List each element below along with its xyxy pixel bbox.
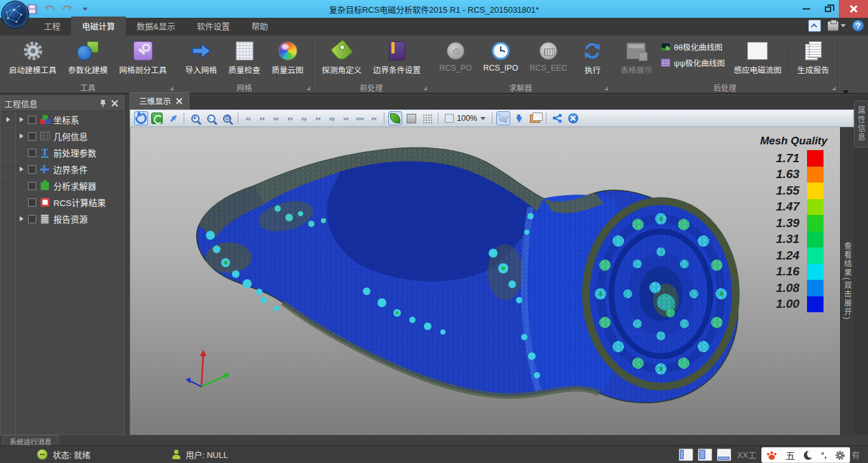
generate-report-button[interactable]: 生成报告 <box>792 38 834 78</box>
points-mode-button[interactable] <box>420 111 434 125</box>
ime-mode-button[interactable]: 五 <box>785 448 795 462</box>
layers-button[interactable] <box>528 111 542 125</box>
psi-polar-curve-button[interactable]: ψψ极化曲线图 <box>661 57 724 69</box>
expander-icon[interactable] <box>18 167 25 172</box>
collapse-ribbon-button[interactable] <box>808 20 821 32</box>
view-orientation-button-3[interactable]: zx <box>284 112 296 125</box>
shaded-mode-button[interactable] <box>388 111 402 125</box>
checkbox[interactable] <box>28 116 36 124</box>
view-orientation-button-8[interactable]: zvx <box>354 112 366 125</box>
clip-plane-button[interactable] <box>496 111 510 125</box>
tab-software-settings[interactable]: 软件设置 <box>186 17 241 36</box>
view-orientation-button-9[interactable]: zx <box>368 112 380 125</box>
view-orientation-button-1[interactable]: zx <box>256 112 268 125</box>
checkbox[interactable] <box>28 132 36 141</box>
view-orientation-button-4[interactable]: zy <box>298 112 310 125</box>
layout-left-button[interactable] <box>679 448 693 461</box>
checkbox[interactable] <box>28 215 36 223</box>
gutter-expander[interactable] <box>1 111 15 128</box>
restore-button[interactable] <box>817 0 839 18</box>
boundary-condition-settings-button[interactable]: 边界条件设置 <box>368 38 426 78</box>
checkbox[interactable] <box>28 198 36 207</box>
tree-item-coordinate-system[interactable]: 坐标系 <box>16 111 124 128</box>
tab-em-compute[interactable]: 电磁计算 <box>71 17 126 36</box>
group-launcher-icon[interactable] <box>170 86 173 90</box>
zoom-out-button[interactable]: - <box>204 111 218 125</box>
status-text: 状态: 就绪 <box>53 448 90 460</box>
solver-rcs-eec-button[interactable]: RCS_EEC <box>524 38 572 74</box>
zoom-in-button[interactable]: + <box>188 111 202 125</box>
layout-bottom-button[interactable] <box>717 448 731 461</box>
checkbox[interactable] <box>28 182 36 190</box>
ime-halfwidth-icon[interactable] <box>804 451 813 460</box>
view-orientation-button-6[interactable]: zy <box>326 112 338 125</box>
drop-view-button[interactable] <box>512 111 526 125</box>
table-display-button[interactable]: 表格展示 <box>615 38 657 78</box>
view-orientation-button-7[interactable]: vx <box>340 112 352 125</box>
tree-item-analysis-solver[interactable]: 分析求解器 <box>16 177 124 194</box>
expander-icon[interactable] <box>18 134 25 139</box>
tree-item-preprocess-params[interactable]: T 前处理参数 <box>16 144 124 161</box>
group-launcher-icon[interactable] <box>306 86 310 90</box>
pin-button[interactable] <box>97 98 109 109</box>
device-button[interactable] <box>827 21 846 31</box>
ime-punctuation-button[interactable]: °, <box>821 450 827 460</box>
quality-check-button[interactable]: 质量检查 <box>224 38 266 78</box>
rotate-view-button[interactable] <box>134 111 148 125</box>
tab-help[interactable]: 帮助 <box>241 17 279 36</box>
help-button[interactable]: ? <box>852 20 864 32</box>
flat-mode-button[interactable] <box>404 111 418 125</box>
tab-data-display[interactable]: 数据&显示 <box>126 17 186 36</box>
induced-current-map-button[interactable]: 感应电磁流图 <box>729 38 787 78</box>
mesh-partition-tool-button[interactable]: 网格剖分工具 <box>114 38 172 78</box>
solver-rcs-ipo-button[interactable]: RCS_IPO <box>478 38 524 74</box>
checkbox[interactable] <box>28 149 36 157</box>
view-orientation-button-0[interactable]: xz <box>242 112 254 125</box>
group-launcher-icon[interactable] <box>604 86 608 90</box>
panel-close-button[interactable] <box>109 98 120 109</box>
detect-angle-button[interactable]: 探测角定义 <box>317 38 367 78</box>
zoom-level-control[interactable]: 100% <box>442 113 488 123</box>
clock-icon <box>492 42 510 60</box>
3d-canvas[interactable]: Mesh Quality 1.71 1.63 1.55 1.47 1.39 1.… <box>130 127 840 435</box>
clear-view-button[interactable] <box>566 111 580 125</box>
app-logo-icon[interactable] <box>1 1 29 29</box>
view-orientation-button-2[interactable]: xz <box>270 112 282 125</box>
mesh-grid-icon <box>236 41 254 60</box>
close-button[interactable] <box>839 0 868 18</box>
group-launcher-icon[interactable] <box>832 86 836 90</box>
orbit-button[interactable] <box>150 111 164 125</box>
tab-list-dropdown-icon[interactable] <box>843 94 849 106</box>
tree-item-report-resources[interactable]: 报告资源 <box>16 211 124 227</box>
flow-share-button[interactable] <box>550 111 564 125</box>
solver-rcs-po-button[interactable]: RCS_PO <box>434 38 477 74</box>
tree-item-rcs-results[interactable]: RCS计算结果 <box>16 194 124 211</box>
tree-item-boundary-conditions[interactable]: 边界条件 <box>16 161 124 177</box>
pan-button[interactable] <box>166 111 180 125</box>
execute-button[interactable]: 执行 <box>578 38 607 78</box>
view-results-side-tab[interactable]: 查看结果(双击展开) <box>840 127 854 435</box>
quality-contour-button[interactable]: 质量云图 <box>267 38 309 78</box>
tab-3d-display[interactable]: 三维显示 <box>130 92 189 109</box>
import-mesh-button[interactable]: 导入网格 <box>180 38 222 78</box>
view-orientation-button-5[interactable]: zx <box>312 112 324 125</box>
expander-icon[interactable] <box>18 216 25 221</box>
theta-polar-curve-button[interactable]: θθ极化曲线图 <box>661 41 724 53</box>
parametric-modeling-button[interactable]: 参数化建模 <box>63 38 113 78</box>
ribbon: 启动建模工具 参数化建模 网格剖分工具 工具 导入网格 质量检查 <box>0 36 868 94</box>
checkbox[interactable] <box>28 165 36 174</box>
group-launcher-icon[interactable] <box>423 86 427 90</box>
property-info-side-tab[interactable]: 属性信息 <box>854 100 868 148</box>
expander-icon[interactable] <box>18 117 25 122</box>
minimize-button[interactable] <box>796 0 817 18</box>
tab-project[interactable]: 工程 <box>33 17 71 36</box>
ime-paw-icon[interactable] <box>766 450 777 460</box>
ime-settings-gear-icon[interactable] <box>835 450 845 460</box>
launch-modeling-tool-button[interactable]: 启动建模工具 <box>4 38 62 78</box>
layout-split-button[interactable] <box>698 448 712 461</box>
tab-close-icon[interactable] <box>176 98 182 104</box>
system-messages-tab[interactable]: 系统运行消息 <box>3 435 58 445</box>
group-label-preprocess: 前处理 <box>360 82 383 93</box>
zoom-fit-button[interactable]: ⊙ <box>220 111 234 125</box>
tree-item-geometry-info[interactable]: 几何信息 <box>16 128 124 144</box>
